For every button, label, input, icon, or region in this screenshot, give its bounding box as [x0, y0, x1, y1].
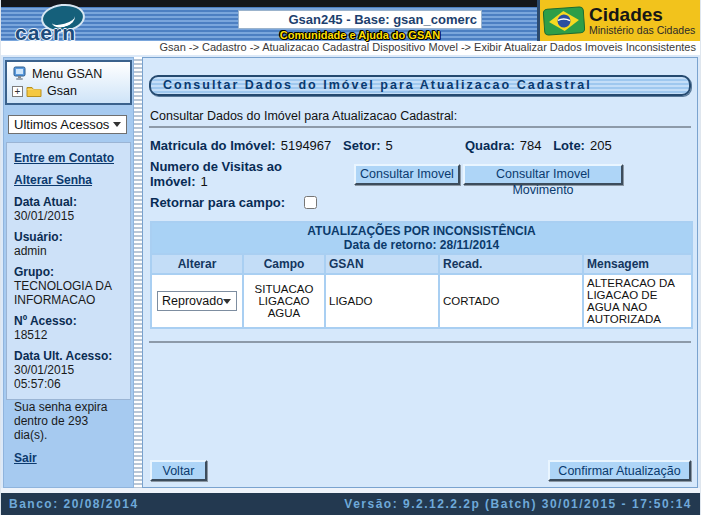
menu-gsan-header[interactable]: Menu GSAN [12, 66, 127, 81]
campo-cell: SITUACAO LIGACAO AGUA [244, 275, 324, 327]
alterar-select-value: Reprovado [162, 294, 223, 308]
mensagem-cell: ALTERACAO DA LIGACAO DE AGUA NAO AUTORIZ… [584, 275, 691, 327]
table-title-band: ATUALIZAÇÕES POR INCONSISTÊNCIA Data de … [152, 223, 691, 253]
table-header-row: Alterar Campo GSAN Recad. Mensagem [152, 255, 691, 273]
field-row-2: Numero de Visitas ao Imóvel:1 Consultar … [150, 159, 691, 189]
tree-node-gsan[interactable]: + Gsan [12, 84, 127, 98]
alterar-cell: Reprovado [152, 275, 242, 327]
footer: Banco: 20/08/2014 Versão: 9.2.12.2.2p (B… [1, 493, 700, 515]
table-subtitle: Data de retorno: 28/11/2014 [152, 238, 691, 252]
matricula-value: 5194967 [281, 138, 332, 153]
separator-top [149, 126, 691, 128]
change-password-link[interactable]: Alterar Senha [14, 173, 124, 187]
col-header-gsan: GSAN [326, 255, 438, 273]
tree-expand-icon[interactable]: + [12, 86, 23, 97]
info-group: Grupo: TECNOLOGIA DA INFORMACAO [14, 265, 124, 307]
password-expiry-text: Sua senha expira dentro de 293 dia(s). [14, 400, 124, 442]
fields-section: Matricula do Imóvel:5194967 Setor:5 Quad… [150, 138, 691, 216]
breadcrumb: Gsan -> Cadastro -> Atualizacao Cadastra… [1, 41, 700, 55]
page-title: Consultar Dados do Imóvel para Atualizac… [149, 75, 691, 96]
col-header-mensagem: Mensagem [584, 255, 691, 273]
community-help-link[interactable]: Comunidade e Ajuda do GSAN [238, 29, 482, 41]
footer-banco: Banco: 20/08/2014 [9, 497, 139, 511]
col-header-recad: Recad. [440, 255, 582, 273]
col-header-alterar: Alterar [152, 255, 242, 273]
ministry-subtitle: Ministério das Cidades [589, 24, 695, 36]
inconsistencias-table: ATUALIZAÇÕES POR INCONSISTÊNCIA Data de … [150, 221, 693, 329]
logout-link[interactable]: Sair [14, 451, 124, 465]
brazil-flag-icon [542, 4, 586, 37]
matricula-label: Matricula do Imóvel: [150, 138, 276, 153]
menu-gsan-box: Menu GSAN + Gsan [5, 60, 132, 105]
caern-brand-text: caern [15, 21, 76, 45]
info-last-access: Data Ult. Acesso: 30/01/2015 05:57:06 [14, 349, 124, 391]
page-subtitle: Consultar Dados do Imóvel para Atualizac… [150, 109, 691, 123]
visitas-value: 1 [201, 174, 208, 189]
tree-node-label: Gsan [47, 84, 77, 98]
ultimos-acessos-value: Ultimos Acessos [14, 117, 109, 132]
sidebar: Menu GSAN + Gsan Ultimos Acessos Entre e… [3, 57, 134, 488]
main-panel: Consultar Dados do Imóvel para Atualizac… [142, 57, 698, 488]
computer-icon [12, 66, 27, 81]
app-title-box: Gsan245 - Base: gsan_comerc [238, 10, 482, 29]
setor-value: 5 [386, 138, 393, 153]
menu-gsan-label: Menu GSAN [32, 67, 102, 81]
quadra-value: 784 [520, 138, 542, 153]
chevron-down-icon [113, 122, 121, 127]
recad-cell: CORTADO [440, 275, 582, 327]
ultimos-acessos-select[interactable]: Ultimos Acessos [8, 115, 127, 134]
info-access-number: Nº Acesso: 18512 [14, 314, 124, 342]
sidebar-divider [134, 57, 142, 488]
gsan-window: caern Gsan245 - Base: gsan_comerc Comuni… [0, 0, 701, 515]
lote-label: Lote: [553, 138, 585, 153]
info-current-date: Data Atual: 30/01/2015 [14, 195, 124, 223]
folder-icon [26, 85, 42, 98]
consultar-imovel-button[interactable]: Consultar Imovel [354, 164, 460, 185]
consultar-imovel-movimento-button[interactable]: Consultar Imovel Movimento [463, 164, 623, 185]
retornar-checkbox[interactable] [304, 196, 317, 209]
bottom-buttons: Voltar Confirmar Atualização [150, 460, 691, 481]
user-info-panel: Entre em Contato Alterar Senha Data Atua… [6, 142, 131, 400]
footer-versao: Versão: 9.2.12.2.2p (Batch) 30/01/2015 -… [344, 497, 692, 511]
caern-logo: caern [15, 1, 135, 41]
voltar-button[interactable]: Voltar [150, 460, 207, 481]
body: Menu GSAN + Gsan Ultimos Acessos Entre e… [1, 55, 700, 488]
ministry-logo: Cidades Ministério das Cidades [537, 0, 700, 41]
chevron-down-icon [223, 299, 231, 304]
quadra-label: Quadra: [465, 138, 515, 153]
gsan-cell: LIGADO [326, 275, 438, 327]
field-row-1: Matricula do Imóvel:5194967 Setor:5 Quad… [150, 138, 691, 153]
contact-link[interactable]: Entre em Contato [14, 151, 124, 165]
lote-value: 205 [590, 138, 612, 153]
table-title: ATUALIZAÇÕES POR INCONSISTÊNCIA [152, 224, 691, 238]
table-row: Reprovado SITUACAO LIGACAO AGUA LIGADO C… [152, 275, 691, 327]
alterar-select[interactable]: Reprovado [157, 291, 237, 311]
col-header-campo: Campo [244, 255, 324, 273]
setor-label: Setor: [343, 138, 381, 153]
retornar-label: Retornar para campo: [150, 195, 285, 210]
confirmar-atualizacao-button[interactable]: Confirmar Atualização [548, 460, 691, 481]
visitas-label: Numero de Visitas ao Imóvel: [150, 159, 282, 189]
info-user: Usuário: admin [14, 230, 124, 258]
top-banner: caern Gsan245 - Base: gsan_comerc Comuni… [1, 0, 700, 41]
ministry-title: Cidades [589, 6, 695, 24]
field-row-3: Retornar para campo: [150, 195, 691, 210]
